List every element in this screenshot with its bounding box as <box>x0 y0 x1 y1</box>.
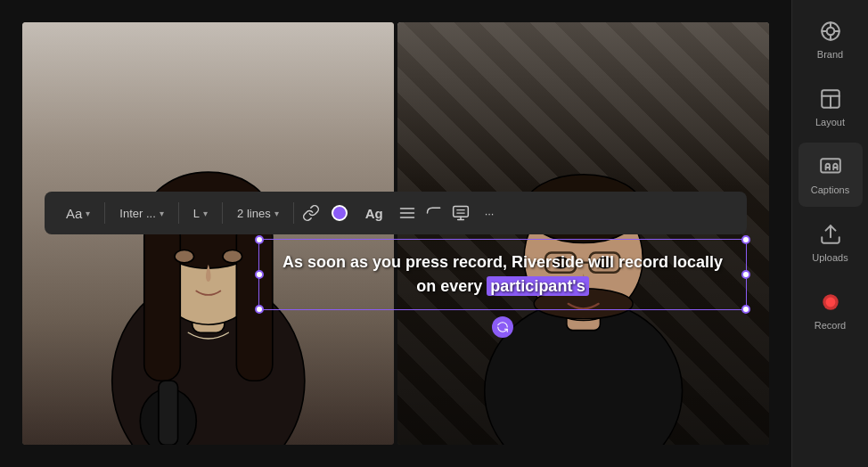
font-size-label: L <box>193 207 200 220</box>
main-area: Aa ▾ Inter ... ▾ L ▾ 2 lines ▾ <box>0 0 791 467</box>
captions-label: Captions <box>811 184 849 195</box>
divider-2 <box>178 202 179 224</box>
lines-button[interactable]: 2 lines ▾ <box>230 203 286 224</box>
sidebar-item-captions[interactable]: Captions <box>798 143 863 207</box>
record-label: Record <box>815 320 846 331</box>
caption-style-icon <box>452 204 470 222</box>
corner-radius-button[interactable] <box>424 203 444 223</box>
brand-icon <box>818 19 843 44</box>
font-family-button[interactable]: Inter ... ▾ <box>112 203 170 224</box>
svg-rect-4 <box>143 220 180 381</box>
link-icon <box>302 204 320 222</box>
align-icon <box>398 204 416 222</box>
svg-point-38 <box>825 298 835 307</box>
svg-point-7 <box>223 250 242 262</box>
sidebar: Brand Layout Captions <box>791 0 868 467</box>
color-dot <box>332 205 348 221</box>
caption-box-inner: As soon as you press record, Riverside w… <box>258 239 747 310</box>
record-icon <box>818 290 843 315</box>
caption-style-button[interactable] <box>451 203 471 223</box>
captions-icon <box>818 154 843 179</box>
sidebar-item-record[interactable]: Record <box>798 278 863 342</box>
sidebar-item-brand[interactable]: Brand <box>798 7 863 71</box>
layout-label: Layout <box>815 117 845 127</box>
caption-text-highlight: participant's <box>487 276 588 296</box>
handle-top-right[interactable] <box>741 235 750 244</box>
caption-toolbar: Aa ▾ Inter ... ▾ L ▾ 2 lines ▾ <box>45 192 747 234</box>
handle-mid-right[interactable] <box>741 270 750 279</box>
svg-point-27 <box>826 28 834 36</box>
caption-box[interactable]: As soon as you press record, Riverside w… <box>258 239 747 310</box>
layout-icon <box>818 86 843 111</box>
color-picker-button[interactable] <box>328 201 351 225</box>
font-style-button[interactable]: Aa ▾ <box>59 202 97 225</box>
more-options-button[interactable]: ··· <box>478 203 502 224</box>
handle-bottom-right[interactable] <box>741 305 750 314</box>
caption-text: As soon as you press record, Riverside w… <box>274 250 732 299</box>
uploads-label: Uploads <box>812 252 848 263</box>
svg-rect-9 <box>159 381 178 445</box>
lines-label: 2 lines <box>237 207 271 220</box>
handle-mid-left[interactable] <box>255 270 264 279</box>
font-style-chevron: ▾ <box>86 209 90 218</box>
handle-bottom-left[interactable] <box>255 305 264 314</box>
divider-4 <box>293 202 294 224</box>
font-family-label: Inter ... <box>119 207 155 220</box>
svg-point-6 <box>175 250 194 262</box>
divider-3 <box>222 202 223 224</box>
handle-top-left[interactable] <box>255 235 264 244</box>
corner-radius-icon <box>425 204 443 222</box>
more-options-label: ··· <box>485 207 495 220</box>
sidebar-item-layout[interactable]: Layout <box>798 75 863 139</box>
sidebar-item-uploads[interactable]: Uploads <box>798 210 863 274</box>
divider-1 <box>104 202 105 224</box>
text-style-label: Ag <box>365 206 383 221</box>
font-size-button[interactable]: L ▾ <box>186 203 215 224</box>
font-family-chevron: ▾ <box>160 209 164 218</box>
link-icon-button[interactable] <box>301 203 321 223</box>
font-style-label: Aa <box>66 206 82 221</box>
text-style-button[interactable]: Ag <box>358 202 390 225</box>
svg-rect-25 <box>453 207 468 217</box>
lines-chevron: ▾ <box>274 209 279 218</box>
brand-label: Brand <box>817 49 843 60</box>
font-size-chevron: ▾ <box>203 209 208 218</box>
rotate-handle[interactable] <box>492 316 513 338</box>
rotate-icon <box>496 321 509 333</box>
align-icon-button[interactable] <box>397 203 417 223</box>
uploads-icon <box>818 222 843 247</box>
